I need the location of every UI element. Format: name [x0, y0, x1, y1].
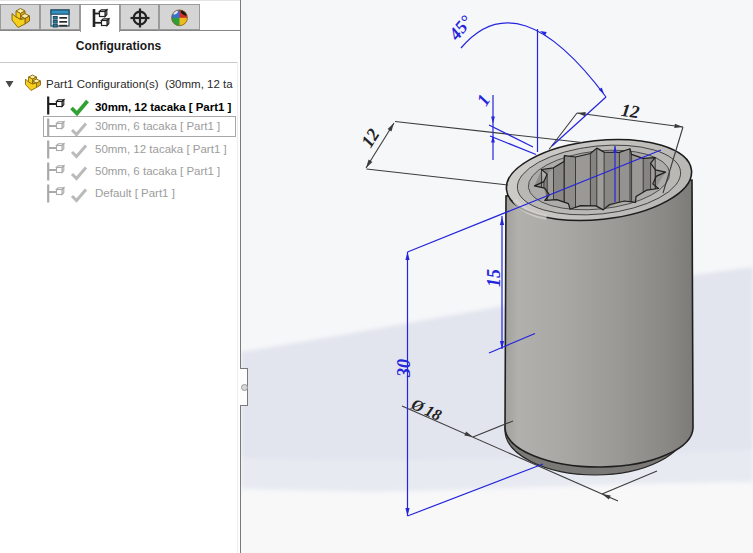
svg-text:15: 15 — [484, 269, 504, 287]
svg-text:12: 12 — [620, 100, 641, 122]
svg-text:30: 30 — [394, 359, 414, 378]
